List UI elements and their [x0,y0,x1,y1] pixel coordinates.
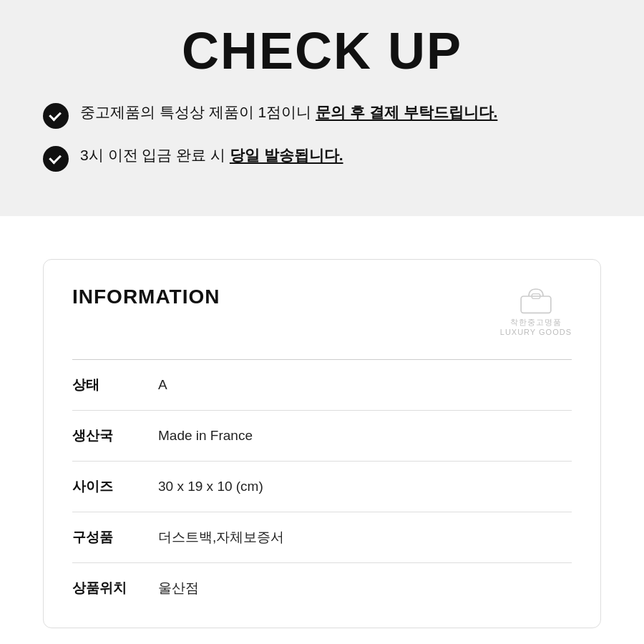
row-value-3: 더스트백,자체보증서 [151,512,572,562]
row-value-0: A [151,359,572,410]
check-icon-2 [43,146,69,172]
info-table: 상태 A 생산국 Made in France 사이즈 30 x 19 x 10… [72,359,572,613]
row-label-2: 사이즈 [72,461,151,512]
row-label-1: 생산국 [72,410,151,461]
check-text-1: 중고제품의 특성상 제품이 1점이니 문의 후 결제 부탁드립니다. [80,102,497,122]
info-card: INFORMATION 착한중고명품 LUXURY GOODS 상태 A 생 [43,259,601,628]
info-card-header: INFORMATION 착한중고명품 LUXURY GOODS [72,286,572,338]
brand-logo-icon [518,286,554,314]
row-label-4: 상품위치 [72,562,151,613]
check-bold-1: 문의 후 결제 부탁드립니다. [316,104,497,120]
brand-logo: 착한중고명품 LUXURY GOODS [500,286,572,338]
top-section: CHECK UP 중고제품의 특성상 제품이 1점이니 문의 후 결제 부탁드립… [0,0,644,216]
brand-name: 착한중고명품 LUXURY GOODS [500,317,572,338]
table-row: 상품위치 울산점 [72,562,572,613]
info-section: INFORMATION 착한중고명품 LUXURY GOODS 상태 A 생 [0,245,644,644]
row-value-4: 울산점 [151,562,572,613]
info-title: INFORMATION [72,286,220,308]
table-row: 생산국 Made in France [72,410,572,461]
check-icon-1 [43,103,69,129]
row-label-0: 상태 [72,359,151,410]
table-row: 상태 A [72,359,572,410]
check-text-2: 3시 이전 입금 완료 시 당일 발송됩니다. [80,145,343,165]
row-label-3: 구성품 [72,512,151,562]
check-item-2: 3시 이전 입금 완료 시 당일 발송됩니다. [43,145,601,172]
table-row: 구성품 더스트백,자체보증서 [72,512,572,562]
table-row: 사이즈 30 x 19 x 10 (cm) [72,461,572,512]
check-list: 중고제품의 특성상 제품이 1점이니 문의 후 결제 부탁드립니다. 3시 이전… [43,102,601,172]
row-value-2: 30 x 19 x 10 (cm) [151,461,572,512]
check-item-1: 중고제품의 특성상 제품이 1점이니 문의 후 결제 부탁드립니다. [43,102,601,129]
check-bold-2: 당일 발송됩니다. [230,147,343,163]
row-value-1: Made in France [151,410,572,461]
divider [0,216,644,245]
page-title: CHECK UP [43,14,601,102]
